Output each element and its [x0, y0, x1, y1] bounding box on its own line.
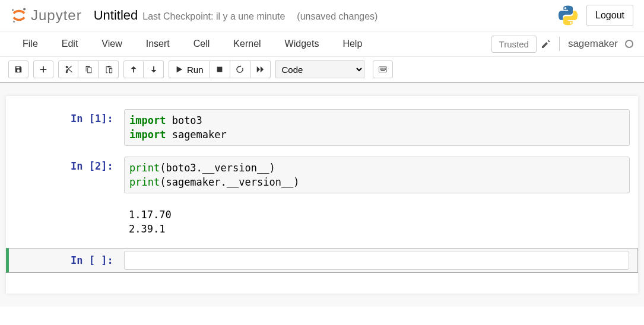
move-up-button[interactable] — [123, 60, 144, 78]
output-area: 1.17.70 2.39.1 — [124, 204, 630, 240]
save-button[interactable] — [8, 60, 28, 78]
fast-forward-icon — [256, 65, 264, 74]
code-cell[interactable]: In [2]: print(boto3.__version__) print(s… — [6, 154, 638, 196]
python-icon — [558, 5, 578, 26]
svg-rect-12 — [382, 69, 383, 69]
command-palette-button[interactable] — [373, 60, 393, 78]
restart-run-all-button[interactable] — [250, 60, 271, 78]
keyboard-icon — [379, 65, 387, 74]
svg-rect-14 — [385, 69, 385, 69]
copy-icon — [84, 65, 93, 74]
notebook-title[interactable]: Untitled — [94, 8, 138, 23]
cut-button[interactable] — [58, 60, 78, 78]
menu-cell[interactable]: Cell — [182, 33, 222, 55]
svg-rect-13 — [383, 69, 384, 69]
paste-button[interactable] — [99, 60, 119, 78]
svg-rect-11 — [381, 69, 382, 69]
menu-help[interactable]: Help — [331, 33, 374, 55]
copy-button[interactable] — [78, 60, 99, 78]
input-prompt: In [1]: — [71, 113, 119, 125]
interrupt-button[interactable] — [210, 60, 230, 78]
input-prompt: In [2]: — [71, 160, 119, 172]
code-content[interactable]: print(boto3.__version__) print(sagemaker… — [129, 161, 624, 189]
svg-rect-6 — [381, 68, 382, 68]
checkpoint-label: Last Checkpoint: il y a une minute — [142, 11, 285, 22]
pencil-icon[interactable] — [541, 39, 551, 49]
notebook-container[interactable]: In [1]: import boto3 import sagemaker In… — [0, 82, 644, 307]
move-down-button[interactable] — [144, 60, 164, 78]
play-icon — [175, 65, 183, 74]
svg-rect-8 — [383, 68, 384, 68]
menu-widgets[interactable]: Widgets — [273, 33, 331, 55]
menu-insert[interactable]: Insert — [134, 33, 182, 55]
save-icon — [14, 65, 23, 74]
code-input-area[interactable]: import boto3 import sagemaker — [124, 109, 630, 146]
svg-point-1 — [13, 21, 15, 23]
kernel-status-icon — [625, 40, 633, 48]
code-cell[interactable]: In [1]: import boto3 import sagemaker — [6, 107, 638, 148]
menu-kernel[interactable]: Kernel — [221, 33, 272, 55]
code-content[interactable]: import boto3 import sagemaker — [129, 113, 624, 142]
jupyter-logo[interactable]: Jupyter — [11, 7, 82, 24]
restart-icon — [236, 65, 244, 74]
trusted-button[interactable]: Trusted — [491, 36, 537, 53]
svg-rect-9 — [385, 68, 385, 68]
arrow-up-icon — [129, 65, 138, 74]
arrow-down-icon — [150, 65, 158, 74]
stop-icon — [215, 65, 224, 74]
paste-icon — [104, 65, 113, 74]
jupyter-icon — [11, 7, 27, 24]
notebook-header: Jupyter Untitled Last Checkpoint: il y a… — [0, 0, 644, 31]
scissors-icon — [64, 65, 72, 74]
svg-rect-10 — [380, 69, 380, 69]
svg-rect-7 — [382, 68, 383, 68]
notebook-cells: In [1]: import boto3 import sagemaker In… — [6, 96, 638, 294]
menubar: File Edit View Insert Cell Kernel Widget… — [0, 31, 644, 57]
input-prompt: In [ ]: — [71, 254, 119, 266]
code-input-area[interactable] — [124, 251, 629, 270]
svg-point-0 — [23, 8, 26, 10]
restart-button[interactable] — [230, 60, 250, 78]
code-input-area[interactable]: print(boto3.__version__) print(sagemaker… — [124, 157, 630, 193]
menu-file[interactable]: File — [11, 33, 50, 55]
menu-divider — [559, 37, 560, 51]
run-button[interactable]: Run — [169, 60, 210, 78]
output-row: 1.17.70 2.39.1 — [6, 202, 638, 242]
title-area: Untitled Last Checkpoint: il y a une min… — [94, 8, 378, 23]
svg-point-2 — [12, 9, 14, 11]
code-cell-selected[interactable]: In [ ]: — [6, 248, 638, 273]
kernel-name-label[interactable]: sagemaker — [568, 38, 618, 50]
add-cell-button[interactable] — [33, 60, 53, 78]
logout-button[interactable]: Logout — [586, 5, 633, 26]
cell-type-select[interactable]: Code — [275, 60, 364, 78]
toolbar: Run Code — [0, 57, 644, 82]
svg-rect-3 — [217, 67, 223, 72]
menu-edit[interactable]: Edit — [50, 33, 90, 55]
menu-view[interactable]: View — [90, 33, 134, 55]
plus-icon — [39, 65, 47, 74]
jupyter-logo-text: Jupyter — [31, 7, 82, 24]
unsaved-label: (unsaved changes) — [297, 11, 377, 22]
svg-rect-15 — [380, 70, 385, 71]
svg-rect-5 — [380, 68, 380, 68]
